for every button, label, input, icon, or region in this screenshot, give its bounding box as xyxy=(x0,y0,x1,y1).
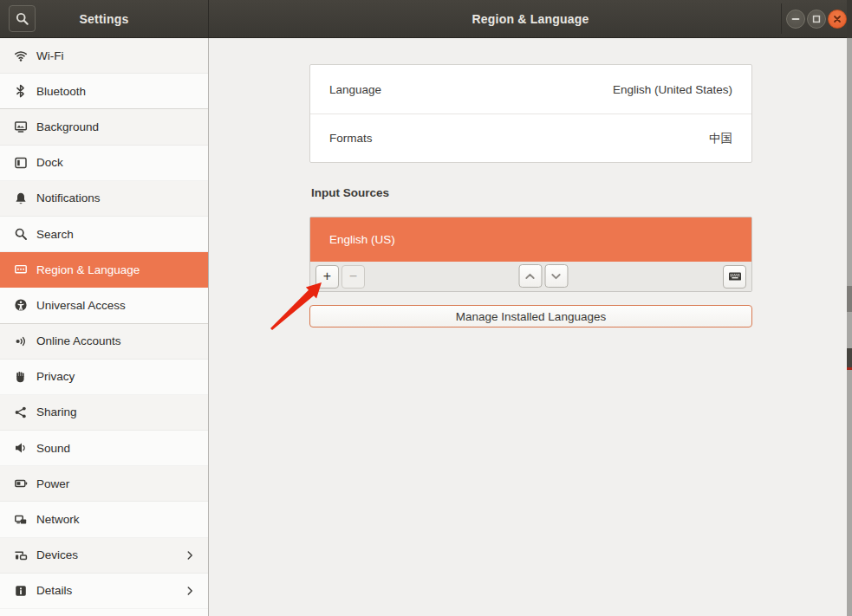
close-icon xyxy=(832,14,842,24)
input-sources-heading: Input Sources xyxy=(311,185,389,201)
minimize-icon xyxy=(790,14,801,24)
search-icon xyxy=(14,227,28,241)
sidebar-item-universal-access[interactable]: Universal Access xyxy=(0,288,208,323)
notifications-icon xyxy=(14,191,28,205)
sidebar-item-dock[interactable]: Dock xyxy=(0,146,208,181)
window-controls xyxy=(786,10,847,29)
keyboard-icon xyxy=(728,269,742,283)
sidebar-item-devices[interactable]: Devices xyxy=(0,538,208,574)
sidebar-item-notifications[interactable]: Notifications xyxy=(0,181,208,217)
online-icon xyxy=(14,334,28,348)
formats-label: Formats xyxy=(329,132,373,145)
settings-window: Settings Region & Language Wi-Fi xyxy=(0,0,852,616)
sidebar-item-label: Universal Access xyxy=(36,299,126,312)
sharing-icon xyxy=(14,405,28,419)
sidebar-item-label: Network xyxy=(36,513,80,526)
chevron-right-icon xyxy=(184,549,196,561)
sidebar-item-background[interactable]: Background xyxy=(0,109,208,145)
dock-icon xyxy=(14,156,28,170)
sidebar-title: Settings xyxy=(0,0,208,37)
input-sources-card: English (US) + − xyxy=(309,217,752,292)
sidebar-item-label: Sound xyxy=(36,442,70,455)
sidebar-item-label: Devices xyxy=(36,548,78,561)
sidebar-item-label: Details xyxy=(36,584,72,597)
bluetooth-icon xyxy=(14,84,28,98)
chevron-up-icon xyxy=(524,269,537,283)
network-icon xyxy=(14,513,28,527)
input-sources-toolbar: + − xyxy=(310,262,751,291)
details-icon xyxy=(14,584,28,598)
sidebar-item-label: Search xyxy=(36,228,74,241)
language-label: Language xyxy=(329,83,381,96)
close-button[interactable] xyxy=(828,10,847,29)
region-language-panel: Language English (United States) Formats… xyxy=(209,38,852,616)
sidebar-item-label: Background xyxy=(36,120,99,133)
access-icon xyxy=(14,298,28,312)
sidebar-item-power[interactable]: Power xyxy=(0,466,208,502)
sidebar-item-label: Wi-Fi xyxy=(36,49,63,62)
wifi-icon xyxy=(14,49,28,62)
power-icon xyxy=(14,477,28,490)
show-keyboard-layout-button[interactable] xyxy=(723,265,746,289)
privacy-icon xyxy=(14,370,28,384)
sidebar-item-search[interactable]: Search xyxy=(0,217,208,252)
manage-installed-languages-button[interactable]: Manage Installed Languages xyxy=(309,305,752,327)
sidebar-item-network[interactable]: Network xyxy=(0,502,208,537)
sidebar-item-label: Power xyxy=(36,477,69,490)
chevron-down-icon xyxy=(550,269,563,283)
titlebar: Settings Region & Language xyxy=(0,0,852,38)
formats-value: 中国 xyxy=(709,131,732,146)
sidebar-item-region-language[interactable]: Region & Language xyxy=(0,252,208,288)
headerbar-separator xyxy=(781,3,782,34)
sidebar-item-wi-fi[interactable]: Wi-Fi xyxy=(0,38,208,74)
sidebar-item-label: Dock xyxy=(36,156,63,169)
add-input-source-button[interactable]: + xyxy=(315,265,339,289)
language-value: English (United States) xyxy=(613,83,732,96)
sidebar-item-online-accounts[interactable]: Online Accounts xyxy=(0,324,208,360)
sound-icon xyxy=(14,441,28,455)
minimize-button[interactable] xyxy=(786,10,805,29)
sidebar-item-label: Sharing xyxy=(36,405,77,418)
background-window-edge xyxy=(847,0,852,616)
page-title: Region & Language xyxy=(209,0,852,37)
sidebar-item-label: Notifications xyxy=(36,191,101,204)
reorder-buttons xyxy=(518,264,568,288)
region-icon xyxy=(14,263,28,276)
background-icon xyxy=(14,120,28,133)
sidebar-item-label: Bluetooth xyxy=(36,85,86,98)
devices-icon xyxy=(14,548,28,562)
remove-input-source-button[interactable]: − xyxy=(341,265,365,289)
move-down-button[interactable] xyxy=(544,264,568,288)
sidebar-headerbar: Settings xyxy=(0,0,209,37)
maximize-icon xyxy=(811,14,822,24)
settings-sidebar: Wi-Fi Bluetooth Background Dock Notifica… xyxy=(0,38,209,616)
sidebar-item-bluetooth[interactable]: Bluetooth xyxy=(0,74,208,109)
language-row[interactable]: Language English (United States) xyxy=(310,65,751,113)
sidebar-item-sound[interactable]: Sound xyxy=(0,431,208,466)
main-headerbar: Region & Language xyxy=(209,0,852,37)
move-up-button[interactable] xyxy=(518,264,542,288)
chevron-right-icon xyxy=(184,585,196,597)
input-source-name: English (US) xyxy=(329,233,395,246)
sidebar-item-label: Region & Language xyxy=(36,263,140,276)
language-formats-card: Language English (United States) Formats… xyxy=(309,64,752,163)
sidebar-item-privacy[interactable]: Privacy xyxy=(0,360,208,395)
formats-row[interactable]: Formats 中国 xyxy=(310,113,751,162)
sidebar-item-label: Online Accounts xyxy=(36,334,121,347)
maximize-button[interactable] xyxy=(807,10,826,29)
input-source-row-english-us[interactable]: English (US) xyxy=(310,217,751,262)
sidebar-item-sharing[interactable]: Sharing xyxy=(0,395,208,431)
sidebar-item-label: Privacy xyxy=(36,370,75,383)
sidebar-item-details[interactable]: Details xyxy=(0,574,208,609)
